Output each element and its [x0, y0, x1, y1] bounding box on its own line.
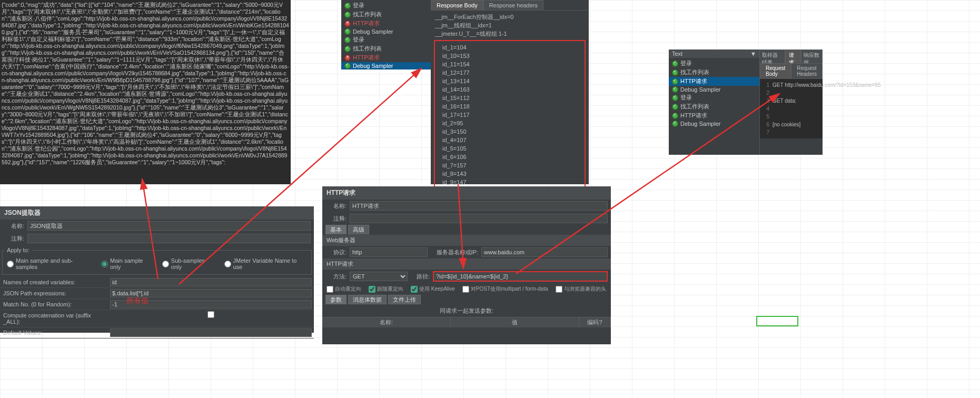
debug-var-line: id_14=163: [442, 85, 577, 94]
success-icon: [672, 78, 678, 85]
tree-item[interactable]: HTTP请求: [669, 111, 759, 120]
chk-browser-compat[interactable]: 与浏览器兼容的头: [556, 285, 606, 293]
http-name-label: 名称:: [325, 202, 347, 210]
tab-parameters[interactable]: 参数: [325, 295, 347, 304]
debug-vars-ids: id_1=104id_10=153id_11=154id_12=177id_13…: [434, 40, 586, 190]
http-name-input[interactable]: [350, 201, 608, 211]
http-comment-input[interactable]: [350, 214, 608, 223]
tree-item-label: 找工作列表: [680, 68, 709, 76]
debug-var-line: id_16=118: [442, 102, 577, 111]
success-icon: [344, 12, 351, 18]
debug-var-line: id_12=177: [442, 68, 577, 77]
server-input[interactable]: [481, 247, 608, 257]
names-label: Names of created variables:: [2, 278, 110, 286]
protocol-input[interactable]: [350, 247, 428, 257]
concat-checkbox[interactable]: [110, 311, 312, 318]
tree-item[interactable]: Debug Sampler: [669, 120, 759, 127]
apply-to-legend: Apply to:: [5, 247, 32, 253]
chk-auto-redirect[interactable]: 自动重定向: [326, 285, 361, 293]
name-label: 名称:: [3, 222, 24, 230]
tab-advanced[interactable]: 高级: [348, 225, 369, 234]
tab-basic[interactable]: 基本: [325, 225, 347, 234]
tab-request-body[interactable]: Request Body: [760, 63, 791, 78]
text-filter-label: Text: [672, 51, 750, 57]
radio-jmeter-var[interactable]: JMeter Variable Name to use: [224, 257, 307, 270]
tree-item[interactable]: 找工作列表: [341, 10, 431, 19]
tree-item-label: 登录: [680, 94, 692, 102]
dropdown-icon[interactable]: ▼: [750, 51, 756, 57]
debug-vars-header: __jm__ForEach控制器__idx=0__jm__线程组__idx=1_…: [431, 11, 589, 40]
tab-response-body[interactable]: Response Body: [431, 0, 483, 10]
http-request-title: HTTP请求: [322, 186, 611, 200]
http-comment-label: 注释:: [325, 215, 347, 223]
tab-file-upload[interactable]: 文件上传: [388, 295, 421, 304]
chk-keepalive[interactable]: 使用 KeepAlive: [411, 285, 455, 293]
tree-item-label: 找工作列表: [680, 103, 709, 111]
tree-item[interactable]: 登录: [341, 1, 431, 10]
debug-var-line: id_17=117: [442, 111, 577, 119]
debug-var-line: __jmeter.U_T__=线程组 1-1: [435, 29, 585, 38]
default-label: Default Values:: [2, 329, 110, 337]
tree-item[interactable]: HTTP请求: [341, 19, 431, 28]
tree-item[interactable]: Debug Sampler: [669, 86, 759, 93]
tree-item-label: Debug Sampler: [680, 86, 720, 93]
tree-item-label: 找工作列表: [353, 45, 382, 53]
tree-item[interactable]: 找工作列表: [341, 44, 431, 53]
debug-var-line: id_13=114: [442, 77, 577, 85]
debug-var-line: id_5=105: [442, 144, 577, 153]
chk-multipart[interactable]: 对POST使用multipart / form-data: [462, 285, 548, 293]
col-name: 名称:: [322, 317, 451, 327]
tree-item-label: Debug Sampler: [680, 121, 720, 127]
tree-item-label: 登录: [353, 2, 364, 9]
debug-var-line: id_7=157: [442, 161, 577, 170]
response-body-text[interactable]: {"code":0,"msg":"成功","data":{"list":[{"i…: [0, 0, 291, 167]
method-select[interactable]: GET: [350, 272, 408, 281]
comment-label: 注释:: [3, 235, 24, 243]
success-icon: [672, 95, 678, 101]
success-icon: [344, 46, 351, 52]
path-input[interactable]: [433, 271, 608, 282]
request-line-3: GET data:: [773, 98, 796, 104]
success-icon: [672, 61, 678, 67]
tree-item[interactable]: 登录: [669, 59, 759, 68]
tree-item[interactable]: HTTP请求: [341, 53, 431, 62]
tree-item-label: 登录: [680, 59, 692, 67]
name-input[interactable]: [27, 221, 311, 231]
tree-item[interactable]: Debug Sampler: [341, 28, 431, 35]
debug-var-line: id_1=104: [442, 43, 577, 52]
col-encode: 编码?: [579, 317, 611, 327]
tab-body-data[interactable]: 消息体数据: [348, 295, 387, 304]
tree-item[interactable]: 登录: [669, 93, 759, 102]
tree-item-label: HTTP请求: [353, 54, 380, 62]
success-icon: [672, 121, 678, 127]
radio-main-only[interactable]: Main sample only: [101, 257, 155, 270]
tree-item[interactable]: 登录: [341, 35, 431, 44]
web-server-section: Web服务器: [322, 235, 611, 246]
tree-item[interactable]: 找工作列表: [669, 102, 759, 111]
tree-item[interactable]: HTTP请求: [669, 77, 759, 86]
server-label: 服务器名称或IP:: [431, 248, 478, 256]
success-icon: [672, 104, 678, 110]
error-icon: [344, 21, 351, 27]
radio-main-sub[interactable]: Main sample and sub-samples: [7, 257, 94, 270]
tree-item[interactable]: 找工作列表: [669, 68, 759, 77]
tab-response-headers[interactable]: Response headers: [483, 0, 543, 10]
success-icon: [344, 28, 351, 35]
default-input[interactable]: [110, 329, 312, 337]
tab-request-headers[interactable]: Request Headers: [791, 63, 823, 78]
tree-item-label: HTTP请求: [353, 19, 380, 27]
result-tree-1: 登录找工作列表HTTP请求Debug Sampler登录找工作列表HTTP请求D…: [341, 0, 431, 65]
json-extractor-title: JSON提取器: [0, 206, 314, 220]
debug-var-line: id_8=143: [442, 170, 577, 178]
tree-item[interactable]: Debug Sampler: [341, 62, 431, 69]
debug-var-line: id_9=147: [442, 178, 577, 186]
params-table-header: 名称: 值 编码?: [322, 317, 611, 327]
concat-label: Compute concatenation var (suffix _ALL):: [2, 311, 110, 326]
method-label: 方法:: [325, 273, 347, 281]
spreadsheet-selected-cell[interactable]: [756, 316, 798, 326]
radio-sub-only[interactable]: Sub-samples only: [162, 257, 217, 270]
comment-input[interactable]: [27, 234, 311, 243]
chk-follow-redirect[interactable]: 跟随重定向: [369, 285, 403, 293]
request-line-1: GET http://www.baidu.com/?id=153&name=95: [773, 82, 881, 88]
names-input[interactable]: [110, 278, 312, 286]
